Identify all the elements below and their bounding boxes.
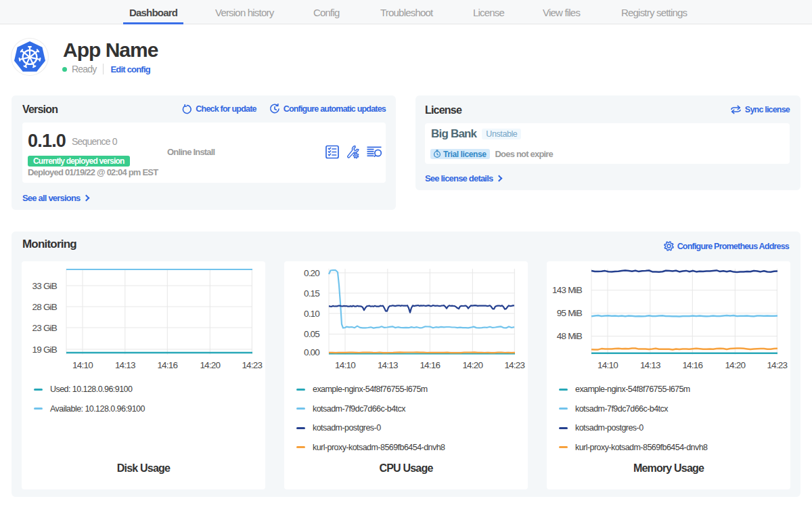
svg-text:14:10: 14:10 [72, 360, 93, 370]
svg-text:48 MiB: 48 MiB [557, 331, 583, 341]
svg-text:143 MiB: 143 MiB [552, 285, 583, 295]
svg-text:14:16: 14:16 [157, 360, 177, 370]
svg-text:0.10: 0.10 [304, 309, 319, 319]
svg-text:14:23: 14:23 [767, 360, 787, 370]
svg-text:14:16: 14:16 [420, 360, 440, 370]
svg-text:14:20: 14:20 [725, 360, 745, 370]
svg-text:14:10: 14:10 [335, 360, 355, 370]
svg-text:28 GiB: 28 GiB [32, 302, 58, 312]
svg-text:95 MiB: 95 MiB [557, 308, 583, 318]
svg-text:14:23: 14:23 [242, 360, 262, 370]
svg-text:14:13: 14:13 [640, 360, 660, 370]
svg-text:14:16: 14:16 [682, 360, 702, 370]
svg-text:19 GiB: 19 GiB [32, 345, 58, 355]
svg-text:0.00: 0.00 [304, 347, 319, 357]
svg-text:33 GiB: 33 GiB [32, 281, 58, 291]
svg-text:14:20: 14:20 [200, 360, 220, 370]
svg-text:14:13: 14:13 [378, 360, 398, 370]
svg-text:23 GiB: 23 GiB [32, 323, 58, 333]
svg-text:14:20: 14:20 [462, 360, 482, 370]
svg-text:0.15: 0.15 [304, 288, 319, 299]
svg-text:14:10: 14:10 [597, 360, 618, 370]
svg-text:0.05: 0.05 [304, 329, 319, 339]
svg-text:0.20: 0.20 [304, 268, 319, 278]
svg-text:14:23: 14:23 [504, 360, 524, 370]
svg-text:14:13: 14:13 [115, 360, 135, 370]
